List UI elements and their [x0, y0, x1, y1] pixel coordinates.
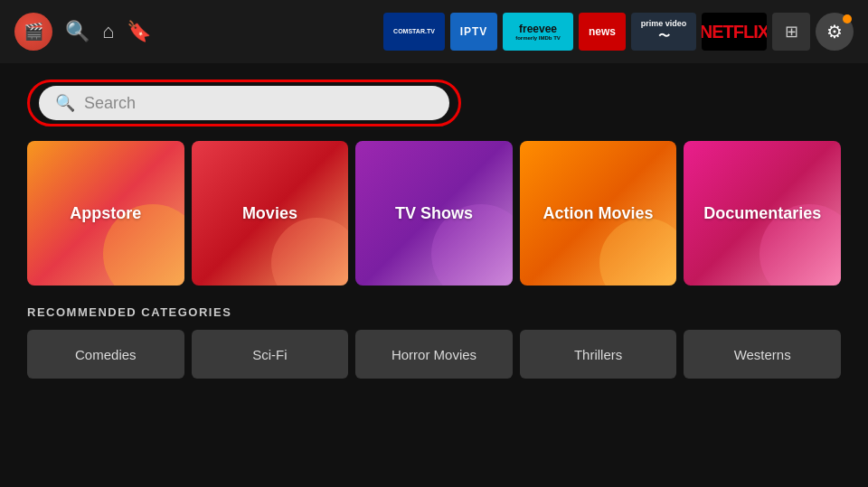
settings-button[interactable]: ⚙ [816, 13, 854, 51]
grid-icon: ⊞ [785, 22, 798, 42]
nav-left: 🎬 🔍 ⌂ 🔖 [14, 13, 151, 51]
search-placeholder: Search [84, 94, 136, 113]
app-iptv[interactable]: IPTV [450, 13, 497, 51]
search-icon: 🔍 [55, 93, 75, 113]
tile-action-label: Action Movies [543, 204, 654, 223]
main-tiles: Appstore Movies TV Shows Action Movies D… [0, 141, 868, 286]
category-thrillers[interactable]: Thrillers [520, 330, 677, 379]
top-nav: 🎬 🔍 ⌂ 🔖 COMSTAR.TV IPTV freevee formerly… [0, 0, 868, 63]
home-icon[interactable]: ⌂ [102, 20, 114, 43]
tile-movies-label: Movies [242, 204, 297, 223]
recommended-title: RECOMMENDED CATEGORIES [27, 305, 841, 319]
category-comedies[interactable]: Comedies [27, 330, 184, 379]
iptv-label: IPTV [460, 25, 488, 38]
freevee-sub: formerly IMDb TV [515, 35, 561, 41]
app-grid[interactable]: ⊞ [772, 13, 810, 51]
freevee-label: freevee [519, 23, 557, 35]
category-list: Comedies Sci-Fi Horror Movies Thrillers … [27, 330, 841, 379]
notification-dot [843, 14, 852, 23]
prime-smile-icon: 〜 [658, 29, 670, 44]
westerns-label: Westerns [734, 347, 791, 362]
app-netflix[interactable]: NETFLIX [702, 13, 767, 51]
search-section: 🔍 Search [0, 63, 868, 141]
app-comcast[interactable]: COMSTAR.TV [383, 13, 445, 51]
prime-label: prime video [641, 19, 687, 30]
tile-documentaries-label: Documentaries [703, 204, 821, 223]
nav-right: COMSTAR.TV IPTV freevee formerly IMDb TV… [383, 13, 854, 51]
category-westerns[interactable]: Westerns [684, 330, 841, 379]
app-prime[interactable]: prime video 〜 [631, 13, 696, 51]
app-news[interactable]: news [579, 13, 626, 51]
thrillers-label: Thrillers [574, 347, 622, 362]
avatar[interactable]: 🎬 [14, 13, 52, 51]
tile-movies[interactable]: Movies [192, 141, 349, 286]
tile-tvshows[interactable]: TV Shows [355, 141, 513, 286]
bookmark-icon[interactable]: 🔖 [127, 20, 151, 43]
tile-documentaries[interactable]: Documentaries [684, 141, 841, 286]
gear-icon: ⚙ [826, 21, 843, 42]
tile-appstore-label: Appstore [70, 204, 141, 223]
category-horror[interactable]: Horror Movies [355, 330, 513, 379]
horror-label: Horror Movies [392, 347, 476, 362]
news-label: news [589, 25, 616, 38]
netflix-label: NETFLIX [702, 22, 767, 42]
search-nav-icon[interactable]: 🔍 [65, 20, 90, 43]
app-freevee[interactable]: freevee formerly IMDb TV [503, 13, 573, 51]
scifi-label: Sci-Fi [252, 347, 287, 362]
tile-appstore[interactable]: Appstore [27, 141, 184, 286]
recommended-section: RECOMMENDED CATEGORIES Comedies Sci-Fi H… [0, 305, 868, 379]
category-scifi[interactable]: Sci-Fi [192, 330, 349, 379]
search-bar[interactable]: 🔍 Search [39, 86, 449, 120]
tile-action[interactable]: Action Movies [520, 141, 677, 286]
comedies-label: Comedies [75, 347, 137, 362]
tile-tvshows-label: TV Shows [395, 204, 473, 223]
search-wrapper: 🔍 Search [27, 80, 461, 126]
